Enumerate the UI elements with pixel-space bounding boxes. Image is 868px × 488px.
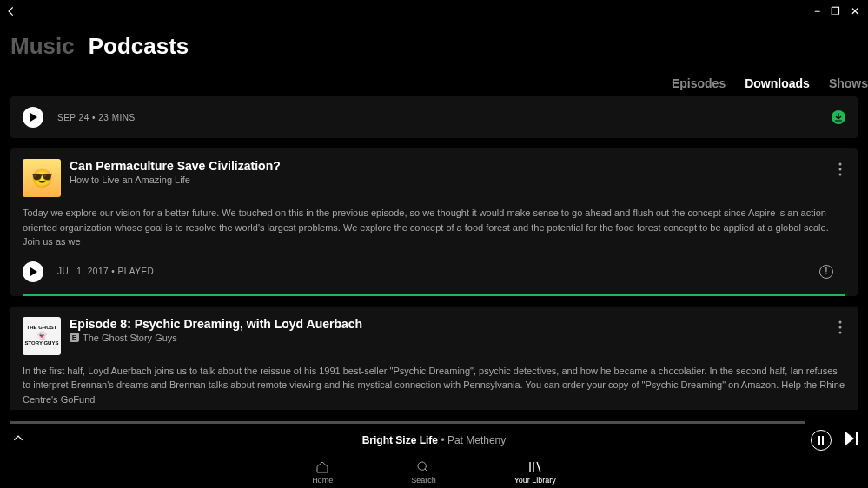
nav-home[interactable]: Home	[312, 460, 333, 485]
maximize-button[interactable]: ❐	[831, 5, 840, 17]
svg-point-0	[839, 163, 842, 166]
header: Music Podcasts	[10, 33, 189, 60]
nav-library[interactable]: Your Library	[514, 460, 556, 485]
more-button[interactable]	[835, 159, 845, 183]
episode-show: How to Live an Amazing Life	[70, 175, 826, 185]
home-icon	[315, 460, 329, 474]
episode-list: SEP 24 • 23 MINS 😎 Can Permaculture Save…	[10, 96, 858, 410]
tab-downloads[interactable]: Downloads	[745, 76, 810, 97]
search-icon	[416, 460, 430, 474]
now-playing-info[interactable]: Bright Size Life • Pat Metheny	[362, 434, 507, 446]
tab-podcasts[interactable]: Podcasts	[89, 33, 189, 60]
svg-point-4	[839, 326, 842, 328]
next-track-button[interactable]	[845, 432, 859, 449]
episode-title: Episode 8: Psychic Dreaming, with Loyd A…	[70, 317, 826, 331]
svg-point-6	[418, 462, 426, 470]
episode-card[interactable]: THE GHOST 👻 STORY GUYS Episode 8: Psychi…	[10, 307, 858, 411]
episode-description: Today we explore our vision for a better…	[23, 206, 845, 249]
episode-description: In the first half, Loyd Auerbach joins u…	[23, 364, 845, 407]
expand-player-button[interactable]	[12, 432, 24, 448]
explicit-badge: E	[70, 333, 79, 342]
track-title: Bright Size Life	[362, 434, 438, 446]
nav-search[interactable]: Search	[411, 460, 436, 485]
play-button[interactable]	[23, 261, 43, 282]
back-button[interactable]	[5, 5, 17, 21]
episode-meta: JUL 1, 2017 • PLAYED	[57, 267, 154, 276]
episode-cover: THE GHOST 👻 STORY GUYS	[23, 317, 61, 355]
episode-show: E The Ghost Story Guys	[70, 333, 826, 343]
tab-shows[interactable]: Shows	[829, 76, 868, 97]
more-button[interactable]	[835, 317, 845, 341]
window-controls: − ❐ ✕	[805, 0, 868, 23]
track-separator: •	[438, 434, 447, 446]
warning-icon[interactable]: !	[819, 265, 833, 279]
bottom-nav: Home Search Your Library	[0, 457, 868, 488]
svg-point-2	[839, 174, 842, 176]
pause-button[interactable]	[811, 430, 832, 451]
tab-music[interactable]: Music	[10, 33, 75, 60]
podcast-tabs: Episodes Downloads Shows	[672, 76, 868, 97]
progress-bar	[23, 294, 845, 296]
episode-card[interactable]: 😎 Can Permaculture Save Civilization? Ho…	[10, 148, 858, 296]
library-icon	[528, 460, 542, 474]
now-playing-bar[interactable]: Bright Size Life • Pat Metheny	[0, 424, 868, 457]
tab-episodes[interactable]: Episodes	[672, 76, 726, 97]
downloaded-icon[interactable]	[832, 110, 845, 124]
episode-cover: 😎	[23, 159, 61, 197]
episode-card[interactable]: SEP 24 • 23 MINS	[10, 96, 858, 138]
svg-point-3	[839, 320, 842, 323]
svg-point-1	[839, 168, 842, 171]
svg-point-5	[839, 331, 842, 333]
episode-meta: SEP 24 • 23 MINS	[57, 113, 136, 122]
track-artist: Pat Metheny	[447, 434, 506, 446]
close-button[interactable]: ✕	[851, 5, 859, 17]
minimize-button[interactable]: −	[814, 5, 820, 17]
episode-title: Can Permaculture Save Civilization?	[70, 159, 826, 173]
play-button[interactable]	[23, 107, 43, 128]
